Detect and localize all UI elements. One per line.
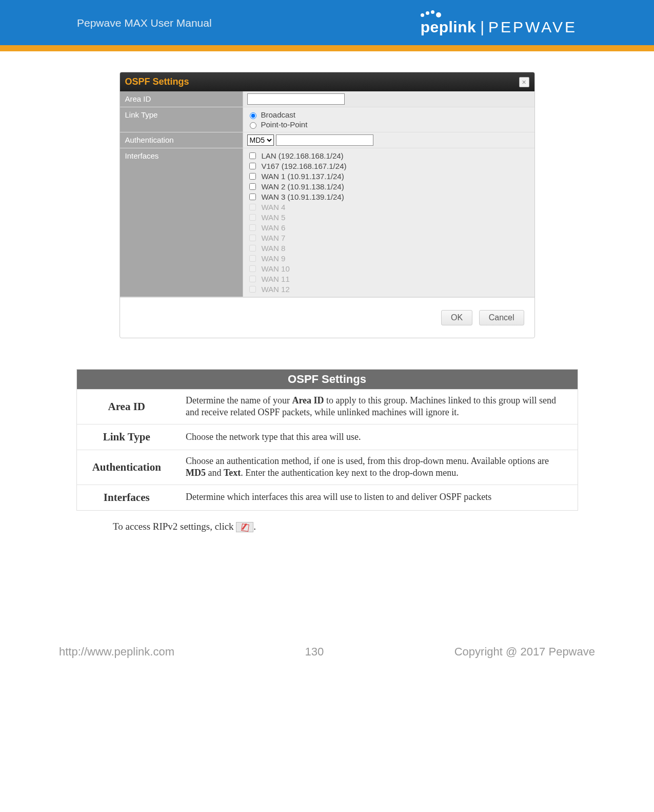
ospf-settings-dialog: OSPF Settings × Area ID Link Type Broadc…: [120, 72, 535, 338]
desc-header: OSPF Settings: [76, 370, 578, 390]
label-interfaces: Interfaces: [120, 148, 243, 297]
interface-label: WAN 1 (10.91.137.1/24): [262, 172, 344, 181]
interface-label: WAN 8: [262, 244, 286, 253]
interface-label: WAN 7: [262, 234, 286, 242]
interface-checkbox[interactable]: [249, 173, 256, 180]
interface-item: WAN 8: [247, 243, 530, 253]
radio-p2p[interactable]: [250, 122, 256, 129]
footer-copyright: Copyright @ 2017 Pepwave: [454, 645, 595, 659]
interface-checkbox[interactable]: [249, 183, 256, 190]
doc-title: Pepwave MAX User Manual: [77, 17, 212, 29]
interface-item: WAN 7: [247, 233, 530, 243]
interface-label: WAN 12: [262, 285, 290, 294]
interface-label: V167 (192.168.167.1/24): [262, 162, 347, 170]
cancel-button[interactable]: Cancel: [479, 310, 524, 325]
desc-row-text: Determine which interfaces this area wil…: [176, 485, 578, 510]
ripv2-note: To access RIPv2 settings, click .: [113, 521, 598, 533]
interface-item: WAN 6: [247, 223, 530, 233]
interface-label: WAN 5: [262, 213, 286, 222]
interface-item: WAN 9: [247, 254, 530, 263]
brand-dots-icon: [421, 10, 441, 17]
interface-checkbox: [249, 265, 256, 272]
auth-key-input[interactable]: [276, 134, 373, 146]
label-link-type: Link Type: [120, 107, 243, 132]
interface-item: WAN 11: [247, 274, 530, 284]
orange-divider: [0, 45, 654, 51]
interface-item: LAN (192.168.168.1/24): [247, 151, 530, 161]
area-id-input[interactable]: [247, 93, 345, 105]
interface-checkbox: [249, 255, 256, 262]
interface-label: WAN 11: [262, 275, 290, 283]
footer-page: 130: [305, 645, 324, 659]
interface-item: WAN 5: [247, 212, 530, 222]
label-area-id: Area ID: [120, 91, 243, 107]
desc-row-label: Area ID: [76, 390, 176, 424]
label-authentication: Authentication: [120, 132, 243, 148]
interface-label: WAN 2 (10.91.138.1/24): [262, 182, 344, 191]
close-icon[interactable]: ×: [519, 77, 529, 87]
page-footer: http://www.peplink.com 130 Copyright @ 2…: [59, 645, 595, 659]
interface-checkbox: [249, 245, 256, 252]
interface-checkbox: [249, 286, 256, 293]
interface-item: WAN 4: [247, 202, 530, 212]
dialog-header: OSPF Settings ×: [120, 72, 534, 91]
interface-checkbox: [249, 204, 256, 210]
radio-p2p-label: Point-to-Point: [261, 120, 308, 129]
interface-label: WAN 3 (10.91.139.1/24): [262, 192, 344, 201]
interface-label: WAN 10: [262, 264, 290, 273]
interface-item: WAN 1 (10.91.137.1/24): [247, 171, 530, 181]
brand-block: peplink | PEPWAVE: [421, 10, 577, 36]
interface-checkbox: [249, 235, 256, 241]
interface-label: WAN 9: [262, 254, 286, 263]
footer-url: http://www.peplink.com: [59, 645, 174, 659]
brand-pepwave: PEPWAVE: [488, 18, 577, 36]
brand-peplink: peplink: [421, 18, 477, 35]
brand-separator: |: [480, 18, 484, 36]
edit-icon[interactable]: [236, 522, 253, 532]
interface-item: WAN 12: [247, 284, 530, 294]
desc-row-label: Link Type: [76, 424, 176, 450]
interface-item: V167 (192.168.167.1/24): [247, 161, 530, 171]
desc-row-label: Authentication: [76, 450, 176, 485]
interface-label: WAN 4: [262, 203, 286, 211]
desc-row-text: Choose the network type that this area w…: [176, 424, 578, 450]
ospf-description-table: OSPF Settings Area IDDetermine the name …: [76, 369, 578, 511]
desc-row-text: Choose an authentication method, if one …: [176, 450, 578, 485]
interface-checkbox[interactable]: [249, 152, 256, 159]
ok-button[interactable]: OK: [441, 310, 472, 325]
radio-broadcast-label: Broadcast: [261, 110, 296, 119]
desc-row-text: Determine the name of your Area ID to ap…: [176, 390, 578, 424]
interface-label: LAN (192.168.168.1/24): [262, 151, 344, 160]
auth-select[interactable]: MD5: [247, 134, 274, 146]
interface-checkbox[interactable]: [249, 194, 256, 200]
interface-checkbox: [249, 276, 256, 282]
interface-item: WAN 2 (10.91.138.1/24): [247, 182, 530, 191]
interface-label: WAN 6: [262, 223, 286, 232]
radio-broadcast[interactable]: [250, 112, 256, 119]
interface-item: WAN 3 (10.91.139.1/24): [247, 192, 530, 202]
interface-checkbox: [249, 224, 256, 231]
interface-checkbox[interactable]: [249, 163, 256, 169]
dialog-title: OSPF Settings: [125, 76, 189, 87]
doc-header: Pepwave MAX User Manual peplink | PEPWAV…: [0, 0, 654, 45]
interface-checkbox: [249, 214, 256, 221]
interface-item: WAN 10: [247, 264, 530, 274]
desc-row-label: Interfaces: [76, 485, 176, 510]
